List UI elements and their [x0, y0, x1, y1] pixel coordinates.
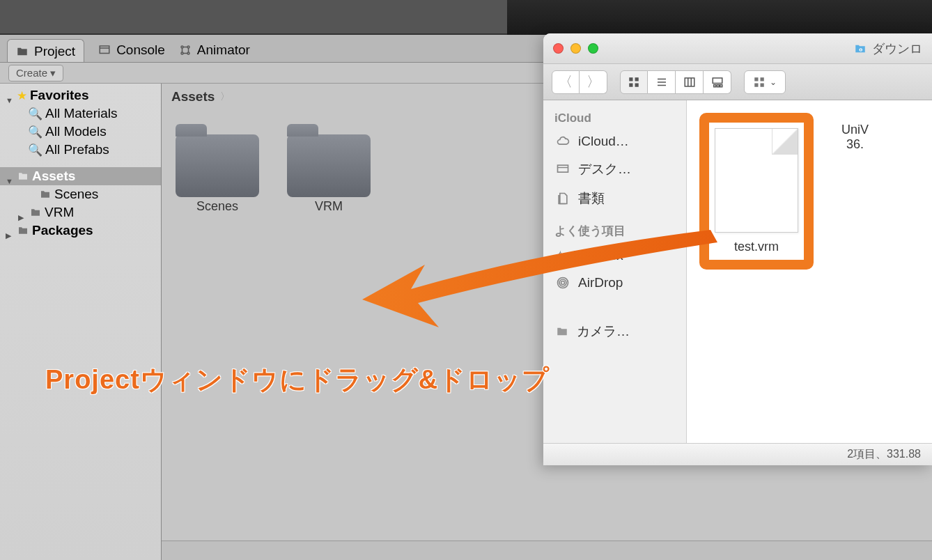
svg-point-2 [187, 46, 189, 48]
chevron-right-icon[interactable] [6, 226, 14, 235]
svg-rect-7 [635, 77, 639, 81]
create-button[interactable]: Create ▾ [8, 65, 63, 81]
zoom-button[interactable] [588, 43, 598, 54]
documents-icon [554, 192, 571, 205]
sidebar-item-camera[interactable]: カメラ… [543, 317, 686, 346]
fav-label: All Materials [45, 106, 117, 121]
sidebar-item-label: デスク… [578, 160, 631, 178]
sidebar-item-label: AirDrop [578, 275, 623, 290]
chevron-right-icon: 〉 [220, 91, 230, 103]
folder-item-scenes[interactable]: Scenes [176, 124, 259, 214]
sidebar-item-icloud[interactable]: iCloud… [543, 128, 686, 155]
chevron-down-icon: ⌄ [770, 77, 777, 87]
tree-favorites[interactable]: ★ Favorites [0, 86, 161, 104]
sidebar-item-documents[interactable]: 書類 [543, 184, 686, 213]
folder-icon [29, 207, 42, 218]
sidebar-item-dropbox[interactable]: ✧ Dropbox [543, 242, 686, 270]
tree-child-label: VRM [45, 205, 74, 220]
svg-rect-17 [754, 83, 758, 86]
finder-title-text: ダウンロ [872, 40, 922, 57]
folder-icon [17, 225, 29, 236]
folder-label: Scenes [196, 199, 238, 214]
tab-console[interactable]: Console [98, 38, 165, 62]
packages-label: Packages [32, 223, 93, 238]
breadcrumb-root: Assets [171, 89, 215, 104]
svg-point-21 [559, 279, 566, 286]
svg-rect-0 [100, 46, 109, 54]
sidebar-item-desktop[interactable]: デスク… [543, 155, 686, 184]
forward-button[interactable]: 〉 [580, 70, 607, 94]
document-icon [715, 128, 798, 233]
folder-icon [17, 171, 29, 182]
gallery-icon [711, 76, 724, 88]
project-statusbar [162, 540, 932, 560]
tab-animator[interactable]: Animator [179, 38, 250, 62]
sidebar-item-label: iCloud… [578, 134, 629, 149]
file-label-2: 36. [841, 137, 869, 152]
sidebar-item-airdrop[interactable]: AirDrop [543, 270, 686, 296]
search-icon: 🔍 [28, 143, 42, 157]
svg-point-4 [187, 52, 189, 54]
finder-titlebar[interactable]: ダウンロ [543, 33, 932, 64]
tree-scenes[interactable]: Scenes [0, 185, 161, 203]
sidebar-item-label: Dropbox [573, 248, 623, 263]
finder-window: ダウンロ 〈 〉 ⌄ iCloud [543, 33, 932, 465]
svg-rect-13 [717, 84, 719, 86]
svg-point-3 [181, 52, 183, 54]
close-button[interactable] [553, 43, 564, 54]
back-button[interactable]: 〈 [552, 70, 580, 94]
svg-rect-8 [629, 83, 632, 86]
file-item-univrm[interactable]: UniV 36. [841, 123, 869, 152]
chevron-down-icon[interactable] [6, 172, 14, 180]
dropbox-icon: ✧ [554, 247, 566, 264]
svg-rect-6 [629, 77, 632, 81]
section-icloud: iCloud [543, 109, 686, 128]
view-icons-button[interactable] [620, 70, 648, 94]
search-icon: 🔍 [28, 125, 42, 139]
finder-statusbar: 2項目、331.88 [543, 443, 932, 465]
animator-icon [179, 44, 192, 56]
chevron-down-icon[interactable] [6, 91, 14, 100]
tree-fav-all-materials[interactable]: 🔍 All Materials [0, 104, 161, 123]
fav-label: All Models [45, 124, 107, 139]
minimize-button[interactable] [570, 43, 581, 54]
view-list-button[interactable] [648, 70, 676, 94]
finder-body: iCloud iCloud… デスク… 書類 よく使う項目 ✧ Dropbox … [543, 100, 932, 443]
svg-rect-16 [761, 77, 764, 81]
view-gallery-button[interactable] [704, 70, 731, 94]
finder-content[interactable]: test.vrm UniV 36. [687, 100, 932, 443]
tab-project-label: Project [34, 44, 75, 59]
folder-icon [16, 45, 29, 58]
tree-fav-all-models[interactable]: 🔍 All Models [0, 123, 161, 141]
star-icon: ★ [17, 88, 27, 103]
tab-animator-label: Animator [197, 42, 250, 58]
desktop-icon [554, 162, 571, 176]
arrange-button[interactable]: ⌄ [744, 70, 786, 94]
downloads-folder-icon [853, 42, 868, 55]
view-columns-button[interactable] [676, 70, 704, 94]
tree-vrm[interactable]: VRM [0, 203, 161, 221]
columns-icon [683, 76, 696, 88]
tree-child-label: Scenes [54, 187, 98, 202]
tab-project[interactable]: Project [7, 39, 84, 62]
svg-rect-19 [558, 165, 568, 172]
finder-toolbar: 〈 〉 ⌄ [543, 64, 932, 100]
fav-label: All Prefabs [45, 142, 109, 157]
scene-view-strip [507, 0, 932, 35]
file-item-test-vrm[interactable]: test.vrm [699, 113, 814, 270]
cloud-icon [554, 134, 571, 148]
favorites-label: Favorites [30, 88, 88, 103]
nav-buttons: 〈 〉 [552, 70, 607, 94]
svg-rect-18 [761, 83, 764, 86]
folder-item-vrm[interactable]: VRM [287, 124, 371, 214]
tree-assets[interactable]: Assets [0, 167, 161, 185]
tree-fav-all-prefabs[interactable]: 🔍 All Prefabs [0, 141, 161, 159]
chevron-right-icon[interactable] [18, 208, 26, 217]
project-tree: ★ Favorites 🔍 All Materials 🔍 All Models… [0, 84, 162, 560]
assets-label: Assets [32, 169, 75, 184]
list-icon [655, 76, 668, 88]
finder-title: ダウンロ [853, 40, 922, 57]
section-favorites: よく使う項目 [543, 220, 686, 242]
tree-packages[interactable]: Packages [0, 221, 161, 240]
svg-rect-10 [685, 78, 694, 86]
